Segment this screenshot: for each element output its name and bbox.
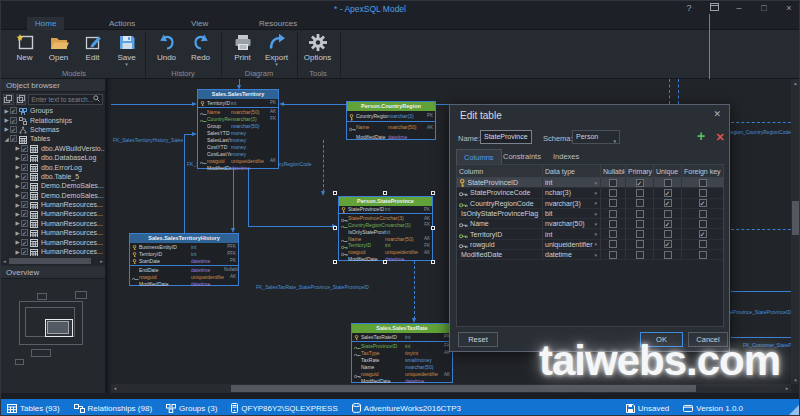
- grid-row-name[interactable]: Namenvarchar(50)▾✓: [457, 219, 723, 229]
- tree-item-dbo-databaselog[interactable]: ▶✓dbo.DatabaseLog: [1, 153, 105, 162]
- data-type-cell[interactable]: uniqueidentifier▾: [543, 240, 601, 249]
- selection-handle[interactable]: [383, 191, 387, 195]
- selection-handle[interactable]: [333, 260, 337, 264]
- tree-checkbox[interactable]: ✓: [21, 229, 28, 236]
- selection-handle[interactable]: [431, 191, 435, 195]
- c-f-cell[interactable]: [682, 178, 723, 187]
- collapsed-arrow-icon[interactable]: ▶: [3, 126, 10, 132]
- entity-person-stateprovince[interactable]: Person.StateProvinceStateProvinceIDintPK…: [338, 196, 433, 261]
- tab-actions[interactable]: Actions: [101, 17, 143, 30]
- grid-row-rowguid[interactable]: rowguiduniqueidentifier▾✓: [457, 240, 723, 250]
- edit-button[interactable]: Edit: [77, 32, 108, 68]
- scroll-left-icon[interactable]: ◂: [111, 384, 119, 393]
- checkbox[interactable]: ✓: [699, 199, 707, 207]
- data-type-cell[interactable]: nchar(3)▾: [543, 188, 601, 197]
- tree-item-humanresources[interactable]: ▶✓HumanResources...: [1, 247, 105, 256]
- checkbox[interactable]: [699, 240, 707, 248]
- c-f-cell[interactable]: ✓: [682, 199, 723, 208]
- entity-sales-salestaxrate[interactable]: Sales.SalesTaxRateSalesTaxRateIDintPKSta…: [351, 323, 453, 383]
- c-p-cell[interactable]: [626, 240, 654, 249]
- checkbox[interactable]: [609, 240, 617, 248]
- tree-item-humanresources[interactable]: ▶✓HumanResources...: [1, 200, 105, 209]
- checkbox[interactable]: [699, 210, 707, 218]
- canvas-horizontal-scrollbar[interactable]: ◂ ▸: [111, 384, 791, 393]
- c-u-cell[interactable]: ✓: [654, 219, 682, 228]
- tree-checkbox[interactable]: ✓: [21, 201, 28, 208]
- checkbox[interactable]: [699, 251, 707, 259]
- checkbox[interactable]: ✓: [664, 220, 672, 228]
- help-icon[interactable]: ?: [681, 2, 697, 15]
- tree-checkbox[interactable]: ✓: [21, 164, 28, 171]
- collapsed-arrow-icon[interactable]: ▶: [14, 220, 21, 226]
- tree-checkbox[interactable]: ✓: [10, 135, 17, 142]
- data-type-cell[interactable]: int▾: [543, 229, 601, 238]
- c-f-cell[interactable]: [682, 250, 723, 259]
- tree-item-demo-demosales[interactable]: ▶✓Demo.DemoSales...: [1, 181, 105, 190]
- c-p-cell[interactable]: [626, 188, 654, 197]
- checkbox[interactable]: [609, 220, 617, 228]
- c-p-cell[interactable]: [626, 250, 654, 259]
- checkbox[interactable]: [636, 240, 644, 248]
- checkbox[interactable]: [699, 179, 707, 187]
- export-button[interactable]: Export ▾: [261, 32, 292, 68]
- c-u-cell[interactable]: [654, 229, 682, 238]
- tree-checkbox[interactable]: ✓: [21, 182, 28, 189]
- tab-view[interactable]: View: [183, 17, 216, 30]
- checkbox[interactable]: [664, 230, 672, 238]
- collapsed-arrow-icon[interactable]: ▶: [14, 164, 21, 170]
- collapsed-arrow-icon[interactable]: ▶: [14, 173, 21, 179]
- entity-sales-salesterritory[interactable]: Sales.SalesTerritoryTerritoryIDintPKName…: [197, 89, 279, 169]
- c-n-cell[interactable]: [601, 199, 626, 208]
- checkbox[interactable]: [636, 210, 644, 218]
- checkbox[interactable]: ✓: [636, 179, 644, 187]
- c-u-cell[interactable]: [654, 178, 682, 187]
- minimize-icon[interactable]: –: [731, 2, 747, 15]
- c-n-cell[interactable]: [601, 219, 626, 228]
- checkbox[interactable]: [609, 230, 617, 238]
- selection-handle[interactable]: [431, 226, 435, 230]
- collapsed-arrow-icon[interactable]: ▶: [14, 239, 21, 245]
- tree-item-dbo-errorlog[interactable]: ▶✓dbo.ErrorLog: [1, 162, 105, 171]
- checkbox[interactable]: ✓: [664, 189, 672, 197]
- tree-checkbox[interactable]: ✓: [21, 192, 28, 199]
- canvas-vertical-scrollbar[interactable]: ▴ ▾: [791, 79, 800, 384]
- c-f-cell[interactable]: ✓: [682, 229, 723, 238]
- tree-item-dbo-table-5[interactable]: ▶✓dbo.Table_5: [1, 172, 105, 181]
- options-button[interactable]: Options: [302, 32, 333, 68]
- data-type-cell[interactable]: datetime▾: [543, 250, 601, 259]
- checkbox[interactable]: [609, 179, 617, 187]
- c-n-cell[interactable]: [601, 209, 626, 218]
- save-button[interactable]: Save ▾: [111, 32, 142, 68]
- expanded-arrow-icon[interactable]: ◢: [3, 136, 10, 142]
- collapsed-arrow-icon[interactable]: ▶: [14, 192, 21, 198]
- collapsed-arrow-icon[interactable]: ▶: [3, 108, 10, 114]
- collapse-all-button[interactable]: [16, 94, 27, 105]
- c-n-cell[interactable]: [601, 250, 626, 259]
- tree-item-humanresources[interactable]: ▶✓HumanResources...: [1, 209, 105, 218]
- tree-checkbox[interactable]: ✓: [21, 154, 28, 161]
- grid-row-territoryid[interactable]: TerritoryIDint▾✓: [457, 229, 723, 239]
- tree-checkbox[interactable]: ✓: [10, 126, 17, 133]
- table-name-input[interactable]: StateProvince: [480, 130, 532, 144]
- checkbox[interactable]: [699, 220, 707, 228]
- c-n-cell[interactable]: [601, 178, 626, 187]
- checkbox[interactable]: [636, 251, 644, 259]
- c-n-cell[interactable]: [601, 240, 626, 249]
- dialog-tab-columns[interactable]: Columns: [456, 149, 502, 164]
- add-column-button[interactable]: +: [693, 129, 709, 145]
- scroll-left-icon[interactable]: ◂: [1, 257, 8, 265]
- tab-resources[interactable]: Resources: [251, 17, 305, 30]
- tree-item-relationships[interactable]: ▶✓Relationships: [1, 115, 105, 124]
- checkbox[interactable]: [636, 189, 644, 197]
- scroll-down-icon[interactable]: ▾: [791, 376, 800, 384]
- grid-row-stateprovincecode[interactable]: StateProvinceCodenchar(3)▾✓: [457, 188, 723, 198]
- c-u-cell[interactable]: ✓: [654, 188, 682, 197]
- diagram-canvas[interactable]: FK_SalesTerritoryHistory_SalesTerritory_…: [111, 79, 800, 393]
- checkbox[interactable]: [664, 210, 672, 218]
- undo-button[interactable]: Undo: [151, 32, 182, 68]
- search-input[interactable]: Enter text to search...: [28, 94, 103, 105]
- dialog-tab-constraints[interactable]: Constraints: [496, 149, 548, 164]
- tree-checkbox[interactable]: ✓: [21, 248, 28, 255]
- scroll-right-icon[interactable]: ▸: [98, 257, 105, 265]
- scrollbar-thumb[interactable]: [9, 258, 91, 264]
